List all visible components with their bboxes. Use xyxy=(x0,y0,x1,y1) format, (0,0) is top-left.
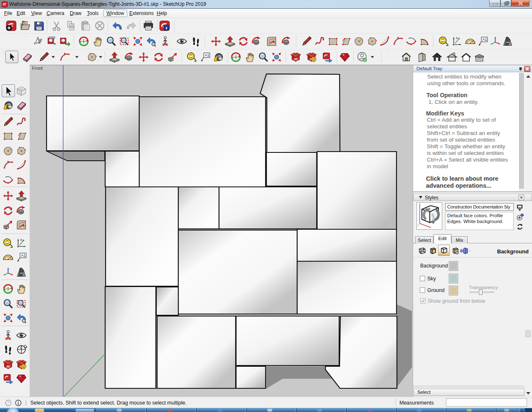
svg-text:Front: Front xyxy=(32,66,43,71)
